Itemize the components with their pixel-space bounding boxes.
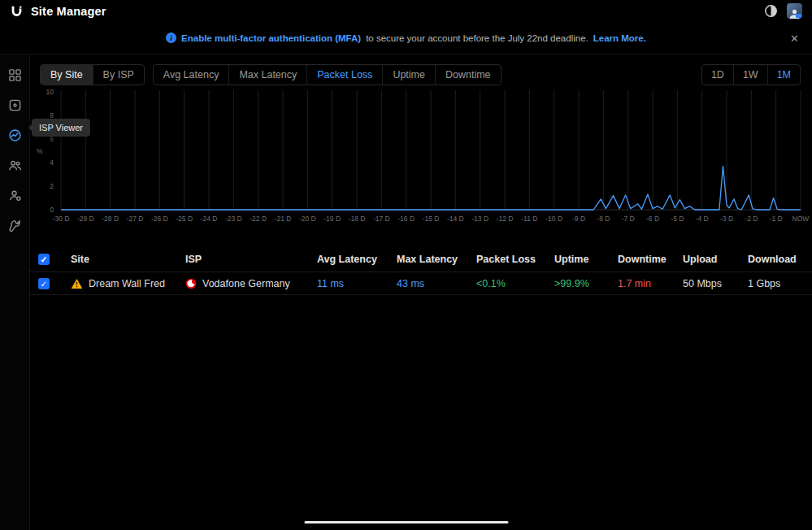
svg-text:-6 D: -6 D	[646, 215, 659, 223]
tab-avg-latency[interactable]: Avg Latency	[154, 65, 229, 85]
range-1d[interactable]: 1D	[702, 65, 733, 85]
svg-text:NOW: NOW	[792, 215, 810, 223]
svg-text:-13 D: -13 D	[471, 215, 489, 223]
col-avg-latency[interactable]: Avg Latency	[317, 254, 397, 265]
learn-more-link[interactable]: Learn More.	[593, 33, 646, 43]
devices-icon	[8, 98, 22, 115]
tab-max-latency[interactable]: Max Latency	[228, 65, 306, 85]
tab-by-site[interactable]: By Site	[41, 65, 93, 85]
svg-text:-1 D: -1 D	[770, 215, 783, 223]
svg-text:-27 D: -27 D	[127, 215, 144, 223]
tab-downtime[interactable]: Downtime	[435, 65, 501, 85]
svg-text:-19 D: -19 D	[323, 215, 341, 223]
svg-text:-22 D: -22 D	[250, 215, 267, 223]
main-content: By Site By ISP Avg Latency Max Latency P…	[30, 54, 812, 530]
sidebar	[0, 54, 30, 530]
page-title: Site Manager	[31, 5, 106, 18]
sidebar-item-isp-viewer[interactable]	[7, 128, 23, 145]
sites-table: ✓ Site ISP Avg Latency Max Latency Packe…	[30, 246, 812, 295]
svg-text:-4 D: -4 D	[696, 215, 709, 223]
table-header-row: ✓ Site ISP Avg Latency Max Latency Packe…	[30, 246, 812, 272]
svg-text:-16 D: -16 D	[397, 215, 415, 223]
avatar-badge	[796, 14, 801, 18]
svg-text:%: %	[37, 147, 43, 155]
table-row[interactable]: ✓ Dream Wall Fred	[30, 272, 812, 295]
svg-text:2: 2	[50, 182, 54, 190]
info-icon: i	[166, 33, 176, 43]
mfa-banner-text: to secure your account before the July 2…	[366, 33, 588, 43]
svg-text:-28 D: -28 D	[102, 215, 119, 223]
svg-text:0: 0	[50, 206, 54, 214]
col-download[interactable]: Download	[748, 254, 812, 265]
svg-text:-3 D: -3 D	[720, 215, 733, 223]
metric-tabs: Avg Latency Max Latency Packet Loss Upti…	[153, 64, 502, 85]
mfa-banner: i Enable multi-factor authentication (MF…	[0, 22, 812, 54]
vodafone-logo-icon	[185, 278, 197, 289]
top-bar: Site Manager	[0, 0, 812, 22]
mfa-banner-link[interactable]: Enable multi-factor authentication (MFA)	[181, 33, 361, 43]
tab-packet-loss[interactable]: Packet Loss	[306, 65, 382, 85]
site-manager-app: Site Manager i Enable multi-factor authe…	[0, 0, 812, 530]
people-icon	[8, 159, 22, 176]
ubiquiti-logo-icon[interactable]	[10, 4, 24, 18]
uptime-value: >99.9%	[554, 278, 618, 289]
svg-text:-15 D: -15 D	[423, 215, 440, 223]
svg-text:-17 D: -17 D	[373, 215, 390, 223]
svg-text:-30 D: -30 D	[53, 215, 70, 223]
downtime-value: 1.7 min	[618, 278, 683, 289]
warning-icon	[71, 278, 83, 289]
max-latency-value: 43 ms	[397, 278, 476, 289]
theme-toggle-icon[interactable]	[764, 4, 778, 18]
svg-text:-7 D: -7 D	[622, 215, 635, 223]
dashboard-grid-icon	[8, 68, 22, 85]
svg-text:-25 D: -25 D	[176, 215, 193, 223]
row-checkbox[interactable]: ✓	[38, 278, 50, 289]
col-packet-loss[interactable]: Packet Loss	[476, 254, 554, 265]
svg-text:-8 D: -8 D	[597, 215, 610, 223]
download-value: 1 Gbps	[748, 278, 812, 289]
svg-text:-9 D: -9 D	[572, 215, 585, 223]
svg-text:-11 D: -11 D	[521, 215, 537, 223]
svg-text:-14 D: -14 D	[447, 215, 464, 223]
tab-uptime[interactable]: Uptime	[382, 65, 435, 85]
sidebar-item-tools[interactable]	[7, 219, 23, 235]
sidebar-item-dashboard[interactable]	[7, 68, 23, 85]
col-downtime[interactable]: Downtime	[618, 254, 683, 265]
select-all-checkbox[interactable]: ✓	[38, 254, 50, 265]
tab-by-isp[interactable]: By ISP	[93, 65, 144, 85]
svg-text:10: 10	[46, 88, 54, 96]
svg-text:-5 D: -5 D	[671, 215, 684, 223]
sidebar-item-devices[interactable]	[7, 98, 23, 115]
sidebar-item-teams[interactable]	[7, 159, 23, 175]
col-uptime[interactable]: Uptime	[554, 254, 618, 265]
time-range-tabs: 1D 1W 1M	[701, 64, 801, 85]
col-upload[interactable]: Upload	[683, 254, 748, 265]
tabs-row: By Site By ISP Avg Latency Max Latency P…	[40, 64, 802, 85]
tools-icon	[8, 219, 22, 236]
upload-value: 50 Mbps	[683, 278, 748, 289]
range-1w[interactable]: 1W	[733, 65, 767, 85]
packet-loss-chart[interactable]: -30 D-29 D-28 D-27 D-26 D-25 D-24 D-23 D…	[30, 87, 812, 232]
sidebar-item-user-settings[interactable]	[7, 189, 23, 205]
svg-text:-23 D: -23 D	[225, 215, 242, 223]
svg-text:-2 D: -2 D	[745, 215, 758, 223]
col-isp[interactable]: ISP	[185, 254, 317, 265]
isp-viewer-icon	[8, 128, 22, 146]
svg-text:-26 D: -26 D	[151, 215, 168, 223]
horizontal-scrollbar[interactable]	[304, 521, 508, 523]
svg-text:-21 D: -21 D	[275, 215, 292, 223]
isp-name: Vodafone Germany	[202, 278, 290, 289]
svg-text:-10 D: -10 D	[545, 215, 562, 223]
user-settings-icon	[8, 189, 22, 206]
svg-text:-12 D: -12 D	[497, 215, 514, 223]
range-1m[interactable]: 1M	[767, 65, 800, 85]
svg-text:-18 D: -18 D	[349, 215, 366, 223]
close-icon[interactable]: ✕	[790, 33, 799, 43]
site-name: Dream Wall Fred	[89, 278, 165, 289]
col-max-latency[interactable]: Max Latency	[397, 254, 476, 265]
avg-latency-value: 11 ms	[317, 278, 397, 289]
svg-text:-20 D: -20 D	[299, 215, 316, 223]
packet-loss-value: <0.1%	[476, 278, 554, 289]
user-avatar[interactable]	[787, 3, 802, 19]
col-site[interactable]: Site	[71, 254, 185, 265]
